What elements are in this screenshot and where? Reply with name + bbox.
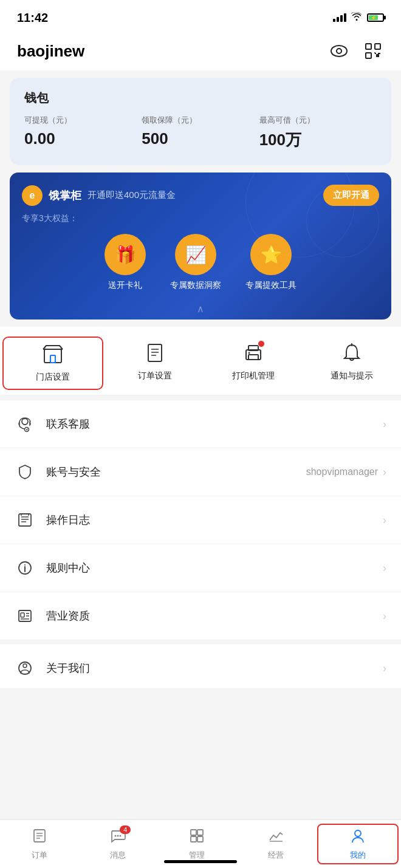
quick-action-label-store: 门店设置 <box>36 372 70 383</box>
wifi-icon <box>351 12 362 23</box>
svg-rect-48 <box>191 836 196 842</box>
menu-arrow-customer-service: › <box>383 418 386 431</box>
status-time: 11:42 <box>17 11 48 25</box>
menu-label-customer-service: 联系客服 <box>46 417 378 431</box>
wallet-card: 钱包 可提现（元） 0.00 领取保障（元） 500 最高可借（元） 100万 <box>10 78 391 165</box>
menu-value-account-security: shopvipmanager <box>306 466 378 477</box>
wallet-stat-withdrawable: 可提现（元） 0.00 <box>24 115 142 151</box>
quick-action-label-order: 订单设置 <box>138 371 172 381</box>
wallet-value-1: 500 <box>142 129 259 148</box>
nav-mine[interactable]: 我的 <box>317 824 399 864</box>
wallet-stat-max-borrow: 最高可借（元） 100万 <box>259 115 377 151</box>
signal-icon <box>333 13 346 22</box>
wallet-stat-guarantee: 领取保障（元） 500 <box>142 115 259 151</box>
menu-label-about-us: 关于我们 <box>46 661 378 675</box>
svg-rect-5 <box>376 54 379 57</box>
scan-button[interactable] <box>362 40 384 62</box>
svg-rect-2 <box>366 44 371 49</box>
svg-rect-49 <box>197 836 203 842</box>
printer-badge-dot <box>258 340 265 347</box>
account-security-icon <box>15 462 35 482</box>
svg-point-21 <box>22 419 28 425</box>
nav-mine-label: 我的 <box>350 850 366 861</box>
menu-label-operation-log: 操作日志 <box>46 513 378 527</box>
quick-action-store[interactable]: 门店设置 <box>2 337 103 390</box>
promo-desc: 开通即送400元流量金 <box>87 190 176 201</box>
menu-section: 联系客服 › 账号与安全 shopvipmanager › 操作日志 › <box>0 400 401 640</box>
nav-analytics-icon <box>268 828 284 847</box>
svg-point-45 <box>120 835 122 836</box>
promo-icon-label-1: 专属数据洞察 <box>170 280 221 291</box>
nav-orders[interactable]: 订单 <box>0 820 79 868</box>
menu-label-business-license: 营业资质 <box>46 609 378 623</box>
page-title: baojinew <box>17 42 84 61</box>
svg-rect-47 <box>197 830 203 835</box>
promo-icon-circle-0: 🎁 <box>105 234 146 275</box>
nav-orders-label: 订单 <box>32 850 47 861</box>
quick-action-order[interactable]: 订单设置 <box>106 337 204 390</box>
about-us-icon <box>15 658 35 678</box>
svg-rect-10 <box>50 355 55 363</box>
quick-action-notify[interactable]: 通知与提示 <box>303 337 401 390</box>
svg-point-51 <box>355 830 361 836</box>
menu-arrow-account-security: › <box>383 466 386 479</box>
menu-arrow-about-us: › <box>383 662 386 675</box>
nav-manage-icon <box>189 828 205 847</box>
wallet-title: 钱包 <box>24 90 377 106</box>
business-license-icon <box>15 606 35 626</box>
menu-item-operation-log[interactable]: 操作日志 › <box>0 496 401 544</box>
promo-icon-label-2: 专属提效工具 <box>245 280 296 291</box>
wallet-label-1: 领取保障（元） <box>142 115 259 126</box>
svg-point-30 <box>24 564 26 566</box>
status-icons: ⚡ <box>333 12 384 23</box>
wallet-value-2: 100万 <box>259 129 377 151</box>
svg-rect-33 <box>21 613 24 617</box>
quick-action-label-notify: 通知与提示 <box>331 371 373 381</box>
menu-item-account-security[interactable]: 账号与安全 shopvipmanager › <box>0 448 401 496</box>
promo-logo: e <box>22 185 43 206</box>
nav-messages[interactable]: 4 消息 <box>79 820 158 868</box>
menu-item-about-us-partial[interactable]: 关于我们 › <box>0 644 401 688</box>
svg-point-19 <box>248 352 250 354</box>
promo-icon-circle-1: 📈 <box>175 234 216 275</box>
nav-analytics[interactable]: 经营 <box>236 820 315 868</box>
promo-brand: 饿掌柜 <box>49 188 81 203</box>
svg-rect-18 <box>248 355 258 360</box>
promo-icon-0: 🎁 送开卡礼 <box>105 234 146 291</box>
wallet-value-0: 0.00 <box>24 129 142 148</box>
menu-item-customer-service[interactable]: 联系客服 › <box>0 400 401 448</box>
promo-logo-area: e 饿掌柜 开通即送400元流量金 <box>22 185 176 206</box>
svg-rect-4 <box>366 53 371 58</box>
wallet-label-2: 最高可借（元） <box>259 115 377 126</box>
svg-point-43 <box>115 835 117 836</box>
header-icons <box>328 40 384 62</box>
status-bar: 11:42 ⚡ <box>0 0 401 32</box>
menu-item-business-license[interactable]: 营业资质 › <box>0 592 401 640</box>
quick-action-printer[interactable]: 打印机管理 <box>204 337 303 390</box>
menu-arrow-operation-log: › <box>383 514 386 527</box>
svg-point-44 <box>117 835 119 836</box>
svg-rect-3 <box>375 44 380 49</box>
store-icon <box>40 341 66 367</box>
notify-icon <box>339 340 365 366</box>
menu-item-rule-center[interactable]: 规则中心 › <box>0 544 401 592</box>
wallet-label-0: 可提现（元） <box>24 115 142 126</box>
svg-rect-7 <box>375 53 376 54</box>
promo-deco2 <box>306 185 379 258</box>
order-icon <box>142 340 168 366</box>
customer-service-icon <box>15 414 35 434</box>
nav-orders-icon <box>32 828 47 847</box>
menu-label-account-security: 账号与安全 <box>46 465 306 479</box>
nav-messages-icon: 4 <box>110 828 126 847</box>
svg-point-38 <box>23 664 27 668</box>
svg-point-1 <box>337 49 341 53</box>
promo-banner[interactable]: e 饿掌柜 开通即送400元流量金 立即开通 专享3大权益： 🎁 送开卡礼 📈 … <box>10 173 391 320</box>
eye-button[interactable] <box>328 40 350 62</box>
svg-rect-23 <box>19 514 31 526</box>
svg-rect-46 <box>191 830 196 835</box>
promo-collapse-icon[interactable]: ∧ <box>22 303 379 320</box>
battery-icon: ⚡ <box>367 13 384 22</box>
home-indicator <box>164 860 237 863</box>
nav-messages-label: 消息 <box>110 850 126 861</box>
operation-log-icon <box>15 510 35 530</box>
